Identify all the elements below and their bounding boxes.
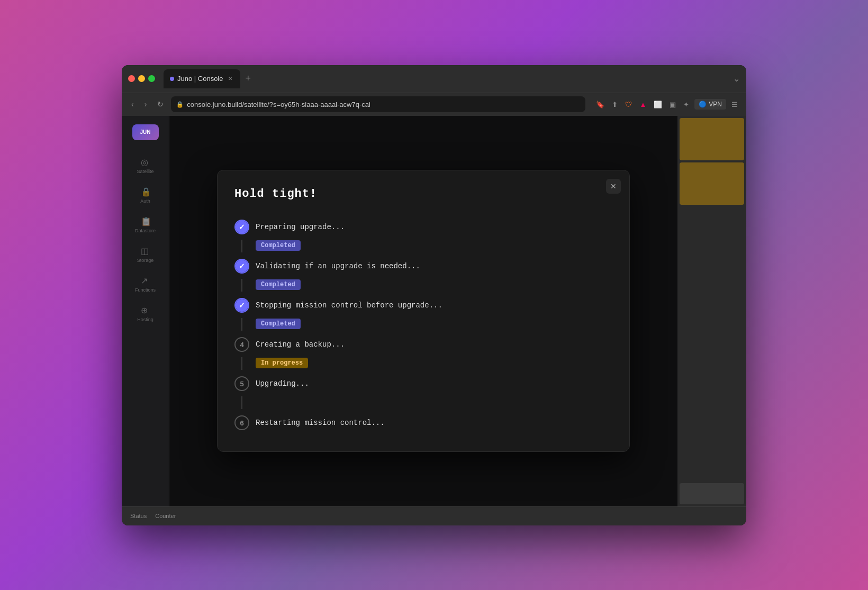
sidebar-item-functions[interactable]: ↗ Functions: [122, 271, 169, 297]
counter-label: Counter: [155, 513, 176, 519]
sidebar-item-hosting-label: Hosting: [137, 317, 153, 322]
vpn-badge[interactable]: 🔵 VPN: [694, 99, 726, 110]
sidebar-item-functions-label: Functions: [135, 287, 156, 293]
functions-icon: ↗: [141, 276, 150, 285]
modal-overlay: ✕ Hold tight! ✓ Preparing upgrade...: [169, 116, 677, 506]
step-2-line-inner: [241, 279, 242, 292]
step-2-connector: Completed: [234, 278, 612, 294]
step-3-header: ✓ Stopping mission control before upgrad…: [234, 294, 612, 317]
vpn-label: VPN: [709, 101, 722, 108]
step-2-header: ✓ Validating if an upgrade is needed...: [234, 255, 612, 278]
step-1-connector: Completed: [234, 239, 612, 255]
minimize-button[interactable]: [138, 75, 145, 82]
forward-button[interactable]: ›: [141, 98, 150, 111]
menu-button[interactable]: ☰: [729, 98, 740, 111]
step-4-status: In progress: [256, 357, 308, 370]
counter-item: Counter: [155, 513, 176, 519]
active-tab[interactable]: Juno | Console ✕: [164, 69, 240, 88]
sidebar-item-storage-label: Storage: [137, 258, 154, 263]
sidebar-item-storage[interactable]: ◫ Storage: [122, 242, 169, 267]
sidebar-button[interactable]: ▣: [667, 98, 678, 111]
nav-bar: ‹ › ↻ 🔒 console.juno.build/satellite/?s=…: [122, 93, 746, 116]
step-5-number: 5: [240, 380, 243, 388]
step-2-label: Validating if an upgrade is needed...: [256, 262, 420, 270]
bottom-bar: Status Counter: [122, 506, 746, 525]
bookmark-button[interactable]: 🔖: [594, 98, 607, 111]
sidebar-item-satellite[interactable]: ◎ Satellite: [122, 153, 169, 178]
step-6-number: 6: [240, 419, 243, 427]
step-2-badge: Completed: [256, 279, 301, 290]
step-3-icon: ✓: [234, 298, 249, 313]
reload-button[interactable]: ↻: [154, 98, 167, 111]
sidebar-item-auth[interactable]: 🔒 Auth: [122, 183, 169, 208]
status-label: Status: [130, 513, 147, 519]
leo-button[interactable]: ✦: [681, 98, 691, 111]
status-item: Status: [130, 513, 147, 519]
step-3-connector: Completed: [234, 317, 612, 333]
step-1: ✓ Preparing upgrade... Completed: [234, 215, 612, 255]
tab-more-button[interactable]: ⌄: [733, 74, 740, 84]
step-4-label: Creating a backup...: [256, 340, 345, 349]
step-3-line: [234, 318, 249, 331]
tab-close-button[interactable]: ✕: [227, 75, 234, 83]
step-1-header: ✓ Preparing upgrade...: [234, 215, 612, 239]
step-1-line: [234, 240, 249, 252]
sidebar-item-hosting[interactable]: ⊕ Hosting: [122, 301, 169, 326]
brave-icon: 🛡: [623, 98, 634, 111]
step-5-connector: [234, 395, 612, 411]
close-button[interactable]: [128, 75, 135, 82]
step-6-header: 6 Restarting mission control...: [234, 411, 612, 434]
right-panel-bottom: [680, 483, 744, 504]
browser-content: JUN ◎ Satellite 🔒 Auth 📋 Datastore ◫ Sto…: [122, 116, 746, 506]
step-3-status: Completed: [256, 318, 301, 331]
step-2-status: Completed: [256, 279, 301, 292]
step-6-icon: 6: [234, 415, 249, 430]
share-button[interactable]: ⬆: [610, 98, 620, 111]
step-3-label: Stopping mission control before upgrade.…: [256, 301, 442, 310]
step-4-connector: In progress: [234, 356, 612, 372]
title-bar: Juno | Console ✕ + ⌄: [122, 65, 746, 93]
step-6: 6 Restarting mission control...: [234, 411, 612, 434]
address-bar[interactable]: 🔒 console.juno.build/satellite/?s=oy65h-…: [171, 96, 585, 112]
step-4-header: 4 Creating a backup...: [234, 333, 612, 356]
nav-right-controls: 🔖 ⬆ 🛡 ▲ ⬜ ▣ ✦ 🔵 VPN ☰: [594, 98, 740, 111]
sidebar-item-datastore[interactable]: 📋 Datastore: [122, 212, 169, 238]
maximize-button[interactable]: [148, 75, 155, 82]
satellite-icon: ◎: [141, 157, 150, 167]
step-1-status: Completed: [256, 240, 301, 252]
step-5-label: Upgrading...: [256, 379, 309, 388]
steps-list: ✓ Preparing upgrade... Completed: [234, 215, 612, 434]
step-2: ✓ Validating if an upgrade is needed... …: [234, 255, 612, 294]
step-4-number: 4: [240, 341, 243, 349]
sidebar-item-datastore-label: Datastore: [135, 228, 156, 233]
app-logo: JUN: [132, 124, 159, 140]
step-4-badge: In progress: [256, 358, 308, 368]
layout-button[interactable]: ⬜: [652, 98, 664, 111]
modal-close-button[interactable]: ✕: [606, 179, 621, 194]
step-4-icon: 4: [234, 337, 249, 352]
reward-icon: ▲: [637, 98, 648, 111]
step-5: 5 Upgrading...: [234, 372, 612, 411]
step-3-badge: Completed: [256, 319, 301, 329]
traffic-lights: [128, 75, 155, 82]
checkmark-icon: ✓: [236, 221, 248, 233]
sidebar-item-satellite-label: Satellite: [137, 169, 153, 174]
step-4: 4 Creating a backup... In progress: [234, 333, 612, 372]
tab-bar: Juno | Console ✕ +: [164, 69, 729, 88]
auth-icon: 🔒: [141, 187, 150, 196]
step-6-label: Restarting mission control...: [256, 419, 385, 427]
step-1-badge: Completed: [256, 240, 301, 251]
modal-title: Hold tight!: [234, 187, 612, 201]
storage-icon: ◫: [141, 246, 150, 256]
checkmark-icon-2: ✓: [236, 260, 248, 273]
right-panel-card-1: [680, 118, 744, 160]
datastore-icon: 📋: [141, 216, 150, 226]
step-1-label: Preparing upgrade...: [256, 223, 345, 231]
back-button[interactable]: ‹: [128, 98, 137, 111]
address-text: console.juno.build/satellite/?s=oy65h-si…: [187, 101, 370, 108]
new-tab-button[interactable]: +: [242, 73, 255, 84]
lock-icon: 🔒: [176, 101, 184, 108]
step-3-line-inner: [241, 318, 242, 331]
step-4-line-inner: [241, 357, 242, 370]
hosting-icon: ⊕: [141, 305, 150, 315]
